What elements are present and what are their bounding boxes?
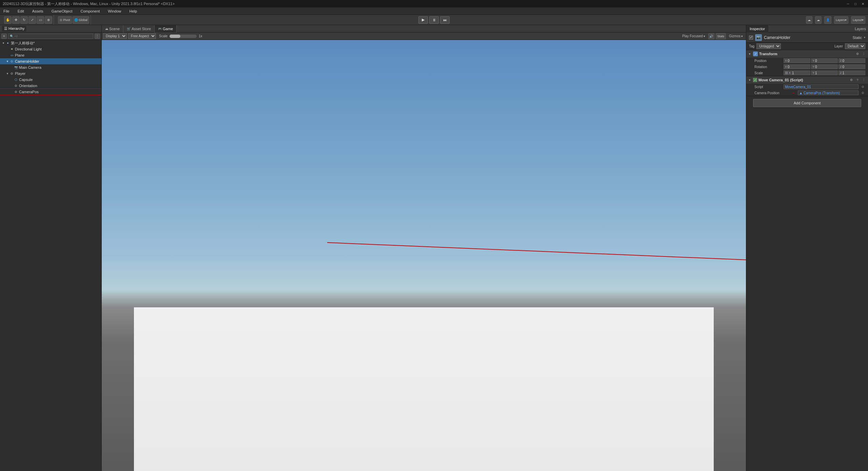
camera-pos-row: Camera Position → ▲ CameraPos (Transform… [746,90,868,96]
pause-button[interactable]: ⏸ [429,16,439,24]
transform-title: Transform [759,52,854,56]
menu-file[interactable]: File [1,8,12,14]
hierarchy-item-main-camera[interactable]: 📷 Main Camera [0,64,101,70]
hierarchy-item-camerapos[interactable]: ⊙ CameraPos [0,89,101,95]
hierarchy-tab[interactable]: ☰ Hierarchy [2,26,26,32]
titlebar: 20240112-3D玩家控制器 - 第一人称移动 - Windows, Mac… [0,0,868,7]
camera-pos-value[interactable]: ▲ CameraPos (Transform) [798,90,859,95]
scene-tab[interactable]: ⛰ Scene [102,25,123,33]
hierarchy-toolbar: + 🔍 All ⋮ [0,33,101,40]
hierarchy-menu-button[interactable]: ⋮ [95,34,100,39]
hierarchy-item-cameraholder[interactable]: ▼ ⊙ CameraHolder [0,58,101,64]
rotate-tool[interactable]: ↻ [20,16,28,24]
transform-icon: ⤢ [753,52,758,56]
menu-edit[interactable]: Edit [16,8,26,14]
hierarchy-item-directional-light[interactable]: ☀ Directional Light [0,46,101,52]
hierarchy-search[interactable]: 🔍 All [8,34,93,39]
game-tab[interactable]: 🎮 Game [155,25,177,33]
transform-menu-icon[interactable]: ⋮ [861,52,866,56]
scale-x-field[interactable]: ⛓ X1 [784,70,810,75]
menu-assets[interactable]: Assets [30,8,45,14]
global-toggle[interactable]: 🌐 Global [73,16,90,24]
rotation-y-field[interactable]: Y0 [811,64,838,69]
toolbar-right: ☁ ☁ 👤 Layers ▾ Layout ▾ [806,16,865,24]
rect-tool[interactable]: ▭ [37,16,44,24]
inspector-tabs: Inspector Layers [746,25,868,33]
position-z-field[interactable]: Z0 [839,58,865,63]
services-button[interactable]: ☁ [815,16,822,24]
scale-tool[interactable]: ⤢ [28,16,36,24]
hierarchy-item-orientation[interactable]: ⊙ Orientation [0,83,101,89]
inspector-tab[interactable]: Inspector [746,25,768,33]
add-component-button[interactable]: Add Component [753,99,861,107]
move-camera-enabled[interactable]: ✓ [753,78,757,82]
maximize-button[interactable]: □ [853,1,858,6]
inspector-content: ✓ 📷 CameraHolder Static ▾ Tag Untagged L… [746,33,868,471]
minimize-button[interactable]: ─ [846,1,850,6]
position-y-field[interactable]: Y0 [811,58,838,63]
transform-tool[interactable]: ⊕ [45,16,52,24]
scale-y-field[interactable]: Y1 [811,70,838,75]
play-button[interactable]: ▶ [418,16,428,24]
obj-icon: 📷 [755,34,762,41]
inspector-tag-row: Tag Untagged Layer Default [746,43,868,50]
obj-enabled-checkbox[interactable]: ✓ [749,36,753,40]
hierarchy-item-capsule[interactable]: ⬡ Capsule [0,77,101,83]
tag-select[interactable]: Untagged [756,43,781,49]
mute-button[interactable]: 🔊 [708,33,714,39]
layer-select[interactable]: Default [845,43,865,49]
obj-name[interactable]: CameraHolder [764,35,850,40]
hand-tool[interactable]: ✋ [4,16,12,24]
hierarchy-content: ▼ ● 第一人称移动* ☀ Directional Light ▭ Plane … [0,40,101,471]
layers-button[interactable]: Layers ▾ [834,16,848,24]
transform-settings-icon[interactable]: ⚙ [855,52,860,56]
menu-component[interactable]: Component [78,8,102,14]
play-focused-button[interactable]: Play Focused ▾ [680,34,707,39]
hierarchy-add-button[interactable]: + [1,34,7,39]
hierarchy-item-scene[interactable]: ▼ ● 第一人称移动* [0,40,101,46]
move-tool[interactable]: ✥ [12,16,20,24]
script-value[interactable]: MoveCamera_01 [784,84,859,89]
menu-help[interactable]: Help [127,8,139,14]
move-camera-settings-icon[interactable]: ⚙ [849,78,854,82]
static-arrow[interactable]: ▾ [864,36,865,39]
scale-control[interactable]: Scale 1x [157,34,204,39]
aspect-select[interactable]: Free Aspect [128,33,156,39]
camera-pos-pick-icon[interactable]: ⊙ [861,90,865,95]
rotation-x-field[interactable]: X0 [784,64,810,69]
pivot-toggle[interactable]: ⊙ Pivot [58,16,72,24]
layout-button[interactable]: Layout ▾ [851,16,865,24]
close-button[interactable]: ✕ [861,1,865,6]
hierarchy-item-player[interactable]: ▼ ⊙ Player [0,70,101,77]
game-plane [134,307,714,471]
asset-store-tab[interactable]: 🛒 Asset Store [123,25,155,33]
toolbar: ✋ ✥ ↻ ⤢ ▭ ⊕ ⊙ Pivot 🌐 Global ▶ ⏸ ⏭ ☁ ☁ 👤… [0,15,868,25]
scale-row: Scale ⛓ X1 Y1 Z1 [746,70,868,76]
title-text: 20240112-3D玩家控制器 - 第一人称移动 - Windows, Mac… [3,1,175,6]
display-select[interactable]: Display 1 [103,33,127,39]
layout-label: Layout [853,18,862,22]
rotation-z-field[interactable]: Z0 [839,64,865,69]
position-x-field[interactable]: X0 [784,58,810,63]
position-label: Position [754,59,782,63]
game-toolbar: Display 1 Free Aspect Scale 1x Play Focu… [102,33,746,40]
menu-window[interactable]: Window [106,8,123,14]
account-button[interactable]: 👤 [824,16,831,24]
gizmos-button[interactable]: Gizmos ▾ [727,34,745,39]
script-pick-icon[interactable]: ⊙ [861,84,865,89]
stats-button[interactable]: Stats [716,33,726,39]
view-tabs: ⛰ Scene 🛒 Asset Store 🎮 Game [102,25,746,33]
transform-component: ▼ ⤢ Transform ⚙ ⋮ Position X0 [746,50,868,76]
scale-z-field[interactable]: Z1 [839,70,865,75]
play-controls: ▶ ⏸ ⏭ [418,16,450,24]
move-camera-header[interactable]: ▼ ✓ Move Camera_01 (Script) ⚙ ? ⋮ [746,76,868,84]
move-camera-help-icon[interactable]: ? [855,78,860,82]
layers-tab[interactable]: Layers [853,27,868,31]
move-camera-menu-icon[interactable]: ⋮ [861,78,866,82]
main-layout: ☰ Hierarchy + 🔍 All ⋮ ▼ ● 第一人称移动* ☀ Dire… [0,25,868,471]
menu-gameobject[interactable]: GameObject [50,8,75,14]
hierarchy-item-plane[interactable]: ▭ Plane [0,52,101,58]
collab-button[interactable]: ☁ [806,16,812,24]
step-button[interactable]: ⏭ [440,16,450,24]
transform-header[interactable]: ▼ ⤢ Transform ⚙ ⋮ [746,50,868,58]
